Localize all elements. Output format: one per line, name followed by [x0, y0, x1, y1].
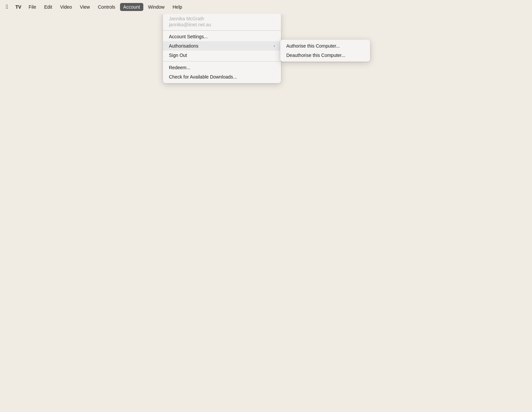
menu-item-authorise-computer[interactable]: Authorise this Computer...	[280, 41, 370, 51]
menubar-item-file[interactable]: File	[25, 3, 40, 11]
menu-item-authorisations[interactable]: Authorisations ›	[163, 41, 281, 51]
menu-separator-1	[163, 30, 281, 31]
account-dropdown-menu: Jannika McGrath jannika@iinet.net.au Acc…	[163, 13, 281, 83]
menu-item-deauthorise-computer[interactable]: Deauthorise this Computer...	[280, 51, 370, 60]
menubar-item-edit[interactable]: Edit	[41, 3, 56, 11]
menubar-item-window[interactable]: Window	[145, 3, 168, 11]
menu-item-account-settings[interactable]: Account Settings...	[163, 32, 281, 41]
chevron-right-icon: ›	[274, 44, 275, 48]
menubar-item-controls[interactable]: Controls	[94, 3, 118, 11]
menubar-item-help[interactable]: Help	[169, 3, 186, 11]
menu-user-email: jannika@iinet.net.au	[163, 22, 281, 29]
menubar-item-account[interactable]: Account	[120, 3, 144, 11]
menubar-item-tv[interactable]: TV	[13, 3, 24, 11]
menu-item-sign-out[interactable]: Sign Out	[163, 51, 281, 60]
menu-user-name: Jannika McGrath	[163, 14, 281, 22]
authorisations-submenu: Authorise this Computer... Deauthorise t…	[280, 40, 370, 62]
authorisations-label: Authorisations	[169, 43, 199, 49]
menu-item-redeem[interactable]: Redeem...	[163, 63, 281, 72]
menu-separator-2	[163, 61, 281, 62]
menubar-item-video[interactable]: Video	[57, 3, 75, 11]
authorisations-wrapper: Authorisations › Authorise this Computer…	[163, 41, 281, 51]
menu-item-check-downloads[interactable]: Check for Available Downloads...	[163, 72, 281, 82]
menubar-item-view[interactable]: View	[76, 3, 93, 11]
menubar:  TV File Edit Video View Controls Accou…	[0, 0, 532, 14]
apple-menu[interactable]: 	[3, 2, 11, 12]
